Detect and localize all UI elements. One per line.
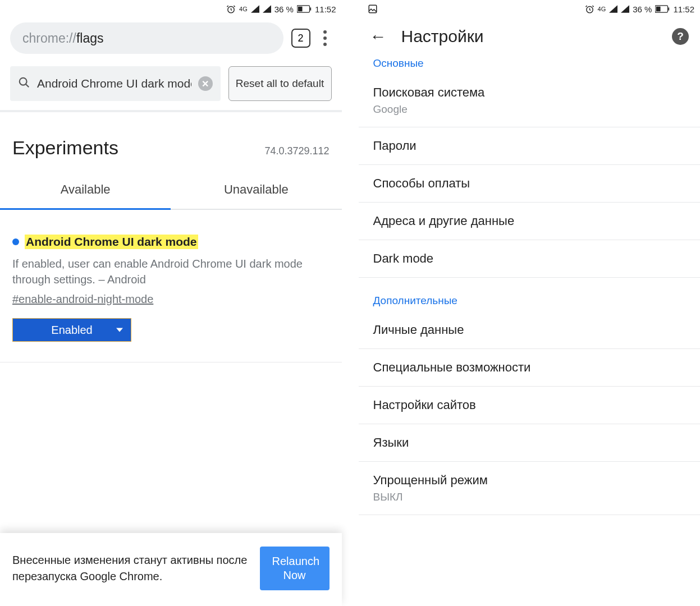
setting-label: Пароли bbox=[373, 139, 686, 153]
signal-icon-2 bbox=[263, 5, 271, 13]
flag-description: If enabled, user can enable Android Chro… bbox=[12, 256, 330, 287]
screen-settings: 4G 36 % 11:52 ← Настройки ? Основные Пои… bbox=[359, 0, 701, 606]
svg-rect-3 bbox=[310, 7, 311, 10]
experiment-tabs: Available Unavailable bbox=[0, 169, 342, 210]
svg-rect-9 bbox=[669, 7, 670, 10]
setting-label: Упрощенный режим bbox=[373, 473, 686, 488]
chrome-version: 74.0.3729.112 bbox=[264, 145, 329, 157]
tab-available[interactable]: Available bbox=[0, 169, 171, 210]
network-label: 4G bbox=[598, 6, 606, 12]
flag-title: Android Chrome UI dark mode bbox=[25, 235, 198, 249]
tab-unavailable[interactable]: Unavailable bbox=[171, 169, 341, 210]
setting-lite-mode[interactable]: Упрощенный режим ВЫКЛ bbox=[359, 462, 701, 515]
flag-anchor-link[interactable]: #enable-android-night-mode bbox=[12, 293, 153, 306]
help-icon[interactable]: ? bbox=[672, 28, 689, 45]
experiments-title: Experiments bbox=[12, 137, 118, 159]
setting-label: Личные данные bbox=[373, 323, 686, 337]
signal-icon bbox=[251, 5, 259, 13]
modified-dot-icon bbox=[12, 238, 19, 245]
status-bar: 4G 36 % 11:52 bbox=[0, 0, 342, 18]
setting-label: Настройки сайтов bbox=[373, 398, 686, 412]
setting-payment[interactable]: Способы оплаты bbox=[359, 165, 701, 203]
experiments-header: Experiments 74.0.3729.112 bbox=[0, 112, 342, 169]
search-icon bbox=[18, 76, 30, 91]
clock-label: 11:52 bbox=[673, 4, 694, 14]
flag-state-value: Enabled bbox=[51, 324, 92, 337]
svg-rect-8 bbox=[656, 7, 661, 12]
section-advanced: Дополнительные bbox=[359, 289, 701, 311]
network-label: 4G bbox=[239, 6, 248, 12]
flag-search-box[interactable]: ✕ bbox=[10, 66, 221, 101]
flag-search-row: ✕ Reset all to default bbox=[0, 61, 342, 112]
omnibox[interactable]: chrome://flags bbox=[10, 22, 283, 54]
setting-languages[interactable]: Языки bbox=[359, 424, 701, 462]
setting-label: Dark mode bbox=[373, 251, 686, 266]
setting-accessibility[interactable]: Специальные возможности bbox=[359, 349, 701, 387]
settings-toolbar: ← Настройки ? bbox=[359, 18, 701, 52]
setting-passwords[interactable]: Пароли bbox=[359, 127, 701, 165]
relaunch-bar: Внесенные изменения станут активны после… bbox=[0, 533, 342, 606]
battery-pct: 36 % bbox=[633, 4, 652, 14]
flag-search-input[interactable] bbox=[37, 77, 191, 90]
battery-icon bbox=[655, 5, 670, 13]
alarm-icon bbox=[226, 4, 236, 14]
alarm-icon bbox=[585, 4, 594, 14]
svg-rect-2 bbox=[298, 7, 303, 12]
relaunch-button[interactable]: Relaunch Now bbox=[260, 547, 330, 590]
setting-value: ВЫКЛ bbox=[373, 491, 686, 503]
picture-icon bbox=[368, 4, 378, 14]
setting-personal-data[interactable]: Личные данные bbox=[359, 311, 701, 349]
signal-icon bbox=[609, 5, 617, 13]
overflow-menu-icon[interactable] bbox=[318, 27, 332, 49]
battery-icon bbox=[297, 5, 312, 13]
back-arrow-icon[interactable]: ← bbox=[370, 27, 387, 46]
flag-entry: Android Chrome UI dark mode If enabled, … bbox=[0, 210, 342, 362]
setting-addresses[interactable]: Адреса и другие данные bbox=[359, 203, 701, 240]
clock-label: 11:52 bbox=[315, 4, 336, 14]
relaunch-message: Внесенные изменения станут активны после… bbox=[12, 552, 250, 585]
flag-state-dropdown[interactable]: Enabled bbox=[12, 318, 131, 342]
setting-label: Способы оплаты bbox=[373, 176, 686, 191]
signal-icon-2 bbox=[621, 5, 629, 13]
settings-title: Настройки bbox=[401, 27, 658, 46]
section-basic: Основные bbox=[359, 52, 701, 74]
url-scheme: chrome:// bbox=[22, 31, 76, 46]
url-path: flags bbox=[76, 31, 104, 46]
setting-site-settings[interactable]: Настройки сайтов bbox=[359, 387, 701, 424]
tab-switcher-button[interactable]: 2 bbox=[291, 29, 310, 48]
setting-search-engine[interactable]: Поисковая система Google bbox=[359, 74, 701, 127]
svg-point-4 bbox=[20, 77, 27, 85]
clear-search-icon[interactable]: ✕ bbox=[198, 76, 213, 91]
screen-chrome-flags: 4G 36 % 11:52 chrome://flags 2 ✕ Reset a… bbox=[0, 0, 359, 606]
setting-dark-mode[interactable]: Dark mode bbox=[359, 240, 701, 278]
setting-label: Специальные возможности bbox=[373, 360, 686, 375]
browser-toolbar: chrome://flags 2 bbox=[0, 18, 342, 61]
setting-label: Языки bbox=[373, 435, 686, 450]
setting-value: Google bbox=[373, 103, 686, 116]
reset-all-button[interactable]: Reset all to default bbox=[228, 66, 332, 101]
chevron-down-icon bbox=[116, 328, 123, 332]
battery-pct: 36 % bbox=[274, 4, 294, 14]
svg-rect-5 bbox=[369, 5, 377, 13]
setting-label: Адреса и другие данные bbox=[373, 214, 686, 228]
status-bar: 4G 36 % 11:52 bbox=[359, 0, 701, 18]
setting-label: Поисковая система bbox=[373, 85, 686, 100]
